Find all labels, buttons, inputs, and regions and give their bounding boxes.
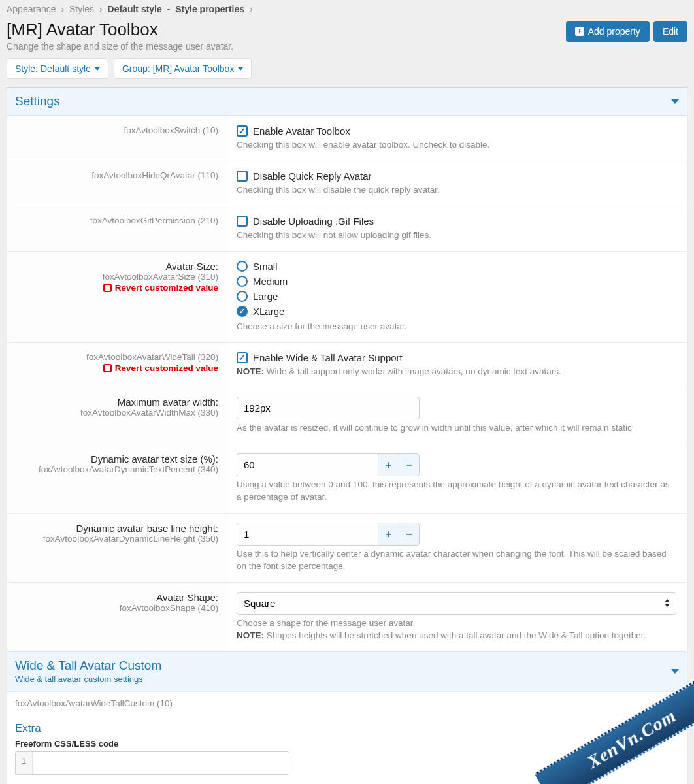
revert-link[interactable]: Revert customized value	[103, 283, 218, 293]
dyn-text-input[interactable]	[237, 453, 378, 476]
option-row: Avatar Size: foxAvtoolboxAvatarSize (310…	[7, 251, 687, 342]
plus-icon: +	[575, 27, 584, 36]
chevron-right-icon: ›	[250, 4, 253, 14]
option-title: Avatar Size:	[12, 261, 218, 272]
breadcrumb-item[interactable]: Styles	[69, 4, 94, 14]
style-dropdown[interactable]: Style: Default style	[7, 58, 108, 79]
enable-toolbox-checkbox[interactable]	[237, 125, 248, 137]
option-label[interactable]: Enable Wide & Tall Avatar Support	[253, 352, 403, 363]
dyn-line-stepper: + −	[237, 523, 420, 546]
option-hint: NOTE: Wide & tall support only works wit…	[237, 366, 676, 378]
option-hint: Choose a shape for the message user avat…	[237, 617, 676, 642]
option-hint: Checking this box will enable avatar too…	[237, 139, 676, 152]
page-subtitle: Change the shape and size of the message…	[7, 41, 233, 52]
group-dropdown[interactable]: Group: [MR] Avatar Toolbox	[114, 58, 252, 79]
option-row: Avatar Shape: foxAvtoolboxShape (410) Sq…	[7, 582, 687, 651]
chevron-right-icon: ›	[61, 4, 64, 14]
option-hint: Checking this box will not allow uploadi…	[237, 229, 676, 242]
option-row: Maximum avatar width: foxAvtoolboxAvatar…	[7, 387, 687, 444]
option-title: Dynamic avatar base line height:	[12, 523, 218, 534]
stepper-plus-button[interactable]: +	[378, 523, 399, 546]
collapse-icon[interactable]	[671, 99, 679, 104]
edit-button[interactable]: Edit	[653, 21, 687, 42]
option-row: foxAvtoolboxAvatarWideTall (320) Revert …	[7, 342, 687, 387]
settings-panel: Settings foxAvtoolboxSwitch (10) Enable …	[7, 87, 687, 784]
avatar-size-medium-radio[interactable]	[237, 276, 248, 287]
avatar-size-small-radio[interactable]	[237, 261, 248, 272]
option-key: foxAvtoolboxShape (410)	[12, 603, 218, 613]
disable-qr-checkbox[interactable]	[237, 171, 248, 182]
avatar-size-xlarge-radio[interactable]	[237, 306, 248, 317]
option-key: foxAvtoolboxAvatarWideTall (320)	[12, 352, 218, 362]
dyn-text-stepper: + −	[237, 453, 420, 476]
option-row: foxAvtoolboxHideQrAvatar (110) Disable Q…	[7, 161, 687, 206]
option-row: foxAvtoolboxGifPermission (210) Disable …	[7, 206, 687, 251]
extra-block: Extra Freeform CSS/LESS code 1	[7, 715, 687, 784]
option-row: Dynamic avatar base line height: foxAvto…	[7, 513, 687, 582]
extra-label: Freeform CSS/LESS code	[15, 739, 679, 749]
option-label[interactable]: Enable Avatar Toolbox	[253, 125, 350, 137]
option-key: foxAvtoolboxGifPermission (210)	[12, 216, 218, 225]
settings-panel-header[interactable]: Settings	[7, 88, 687, 116]
panel-title: Wide & Tall Avatar Custom	[15, 659, 161, 673]
panel-title: Settings	[15, 94, 60, 108]
option-key: foxAvtoolboxAvatarDynamicTextPercent (34…	[12, 465, 218, 474]
option-key: foxAvtoolboxAvatarWideTallCustom (10)	[7, 691, 687, 715]
dyn-line-input[interactable]	[237, 523, 378, 546]
option-label[interactable]: Disable Quick Reply Avatar	[253, 171, 371, 182]
option-hint: Checking this box will disable the quick…	[237, 184, 676, 197]
caret-down-icon	[95, 67, 100, 71]
option-hint: As the avatar is resized, it will contin…	[237, 422, 676, 434]
css-code-editor[interactable]: 1	[15, 751, 289, 775]
option-key: foxAvtoolboxAvatarWidthMax (330)	[12, 408, 218, 417]
option-key: foxAvtoolboxHideQrAvatar (110)	[12, 171, 218, 180]
avatar-shape-select[interactable]: Square	[237, 592, 676, 615]
stepper-minus-button[interactable]: −	[399, 453, 420, 476]
caret-down-icon	[238, 67, 243, 71]
breadcrumb-item[interactable]: Appearance	[7, 4, 56, 14]
extra-title: Extra	[15, 722, 679, 735]
breadcrumb: Appearance › Styles › Default style - St…	[0, 0, 694, 18]
option-title: Maximum avatar width:	[12, 397, 218, 408]
revert-link[interactable]: Revert customized value	[103, 363, 218, 373]
avatar-size-large-radio[interactable]	[237, 291, 248, 302]
stepper-minus-button[interactable]: −	[399, 523, 420, 546]
max-width-input[interactable]	[237, 397, 420, 419]
option-label[interactable]: Disable Uploading .Gif Files	[253, 216, 374, 227]
breadcrumb-suffix: Style properties	[175, 4, 244, 14]
page-title: [MR] Avatar Toolbox	[7, 20, 233, 40]
option-key: foxAvtoolboxAvatarDynamicLineHeight (350…	[12, 534, 218, 544]
option-key: foxAvtoolboxAvatarSize (310)	[12, 272, 218, 282]
disable-gif-checkbox[interactable]	[237, 216, 248, 227]
option-title: Dynamic avatar text size (%):	[12, 453, 218, 465]
wide-tall-panel-header[interactable]: Wide & Tall Avatar Custom Wide & tall av…	[7, 651, 687, 691]
wide-tall-checkbox[interactable]	[237, 352, 248, 363]
stepper-plus-button[interactable]: +	[378, 453, 399, 476]
option-row: foxAvtoolboxSwitch (10) Enable Avatar To…	[7, 116, 687, 161]
option-hint: Choose a size for the message user avata…	[237, 321, 676, 333]
revert-checkbox-icon	[103, 364, 112, 372]
add-property-button[interactable]: + Add property	[566, 21, 650, 42]
option-row: Dynamic avatar text size (%): foxAvtoolb…	[7, 444, 687, 513]
chevron-right-icon: ›	[99, 4, 103, 14]
option-hint: Use this to help vertically center a dyn…	[237, 548, 676, 573]
collapse-icon[interactable]	[671, 669, 679, 674]
option-key: foxAvtoolboxSwitch (10)	[12, 125, 218, 135]
line-number: 1	[16, 752, 33, 774]
option-hint: Using a value between 0 and 100, this re…	[237, 479, 676, 504]
breadcrumb-current: Default style	[108, 4, 162, 14]
panel-subtitle: Wide & tall avatar custom settings	[15, 674, 161, 684]
revert-checkbox-icon	[103, 284, 112, 292]
option-title: Avatar Shape:	[12, 592, 218, 603]
